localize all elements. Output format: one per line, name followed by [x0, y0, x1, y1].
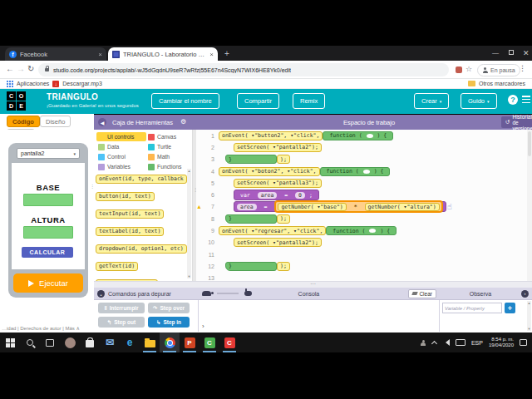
toolbox-category-turtle[interactable]: Turtle — [146, 142, 193, 151]
toolbox-category-control[interactable]: Control — [96, 152, 146, 161]
toolbox-block[interactable]: onEvent(id, type, callback — [96, 175, 187, 184]
watch-scrollbar[interactable]: ▲▼ — [527, 301, 531, 331]
code-workspace[interactable]: 1onEvent( ▾"button2", ▾"click",function … — [196, 130, 532, 281]
tab-codigo[interactable]: Código — [7, 116, 40, 127]
version-history-button[interactable]: ↺ Historial de versiones — [501, 116, 532, 128]
close-tab-icon[interactable]: × — [209, 51, 214, 58]
code-block[interactable]: getNumber( ▾"base") — [278, 203, 346, 211]
code-block[interactable]: onEvent( ▾"boton2", ▾"click", — [219, 167, 320, 176]
page-footer-links[interactable]: …idad | Derechos de autor | Más ∧ — [0, 323, 94, 332]
app-mail[interactable]: ✉ — [100, 332, 120, 352]
language-indicator[interactable]: ESP — [471, 340, 483, 346]
turtle-slow-icon[interactable] — [202, 291, 211, 296]
code-block[interactable]: area = getNumber( ▾"base") * getNumber( … — [234, 201, 446, 212]
app-store[interactable] — [80, 332, 100, 352]
toolbox-category-math[interactable]: Math — [146, 152, 193, 161]
code-block[interactable]: function () { — [320, 167, 391, 176]
extension-icon[interactable] — [456, 66, 462, 73]
search-button[interactable] — [20, 332, 40, 352]
screen-select[interactable]: pantalla2 ▾ — [17, 148, 80, 159]
app-user-circle[interactable] — [60, 332, 80, 352]
forward-icon[interactable]: → — [17, 64, 25, 73]
calcular-button[interactable]: CALCULAR — [22, 247, 73, 258]
reload-icon[interactable]: ↻ — [27, 64, 34, 73]
toolbox-block[interactable]: textLabel(id, text) — [96, 227, 164, 236]
app-file-explorer[interactable] — [140, 332, 160, 352]
toolbox-block[interactable]: getText(id) — [96, 262, 138, 271]
touch-keyboard-icon[interactable] — [456, 339, 466, 346]
new-tab-button[interactable]: + — [224, 49, 229, 58]
profile-paused-chip[interactable]: En pausa — [477, 64, 520, 76]
toolbox-block[interactable]: dropdown(id, option1, etc) — [96, 244, 187, 254]
rabbit-fast-icon[interactable] — [244, 291, 252, 296]
code-block[interactable]: setScreen( ▾"pantalla2"); — [234, 238, 322, 247]
toolbox-category-data[interactable]: Data — [96, 142, 146, 151]
warning-icon[interactable]: ▲ — [196, 204, 202, 209]
toolbox-block[interactable]: button(id, text) — [96, 192, 155, 201]
code-block[interactable]: 0 — [295, 192, 305, 199]
code-block[interactable]: ; — [306, 190, 316, 200]
workspace-scrollbar[interactable] — [527, 130, 532, 281]
debug-step-in-button[interactable]: ↳Step in — [148, 317, 190, 328]
code-block[interactable]: function () { — [326, 226, 397, 235]
close-tab-icon[interactable]: × — [98, 51, 102, 58]
base-input[interactable] — [23, 194, 73, 206]
speed-slider[interactable] — [217, 293, 239, 294]
altura-input[interactable] — [23, 226, 73, 239]
code-block[interactable]: ) { — [377, 226, 393, 235]
code-block[interactable]: ); — [277, 155, 290, 164]
console-panel[interactable]: › — [199, 300, 440, 332]
window-close-button[interactable]: ✕ — [523, 49, 530, 57]
panel-resize-handle[interactable]: ⋮ — [90, 185, 92, 198]
user-menu-button[interactable]: Guido▾ — [461, 93, 497, 109]
hamburger-menu-icon[interactable] — [522, 96, 530, 103]
code-logo[interactable]: CO DE — [7, 91, 26, 111]
code-block[interactable]: ); — [277, 214, 290, 224]
app-camtasia-red[interactable]: C — [219, 332, 239, 352]
bookmark-aplicaciones[interactable]: Aplicaciones — [17, 81, 49, 86]
run-button[interactable]: Ejecutar — [13, 273, 83, 293]
action-center-icon[interactable] — [520, 339, 527, 346]
code-block[interactable]: getNumber( ▾"altura") — [365, 203, 440, 211]
code-block[interactable]: onEvent( ▾"button2", ▾"click", — [219, 131, 323, 140]
code-block[interactable]: area — [237, 204, 257, 210]
code-block[interactable]: var area = 0; — [234, 190, 319, 200]
rename-button[interactable]: Cambiar el nombre — [151, 93, 219, 109]
address-bar[interactable]: studio.code.org/projects/applab/-wJ5dGgd… — [38, 63, 449, 76]
show-hidden-icons-icon[interactable] — [431, 340, 437, 346]
code-block[interactable]: function ( — [323, 167, 362, 176]
code-block[interactable]: ) { — [374, 131, 391, 140]
collapse-debug-icon[interactable]: ⌄ — [97, 290, 105, 298]
code-block[interactable]: = — [278, 190, 294, 200]
start-button[interactable] — [0, 332, 20, 352]
add-watch-button[interactable]: + — [505, 303, 515, 313]
code-block[interactable]: = — [258, 202, 274, 211]
create-menu-button[interactable]: Crear▾ — [414, 93, 449, 109]
collapse-toolbox-icon[interactable]: ◀ — [98, 118, 106, 126]
clock[interactable]: 8:54 p. m.19/04/2020 — [489, 337, 514, 348]
toolbox-category-ui-controls[interactable]: UI controls — [96, 132, 146, 141]
clear-console-button[interactable]: Clear — [408, 289, 436, 298]
code-block[interactable]: ) { — [371, 167, 387, 176]
code-block[interactable]: * — [347, 202, 364, 211]
browser-menu-icon[interactable]: ⋮ — [519, 64, 526, 72]
share-button[interactable]: Compartir — [237, 93, 279, 109]
expand-watch-icon[interactable]: › — [521, 290, 529, 298]
workspace-debug-divider[interactable]: ⋯ — [94, 281, 532, 288]
back-icon[interactable]: ← — [6, 64, 14, 73]
tab-facebook[interactable]: f Facebook × — [5, 47, 106, 61]
speaker-icon[interactable] — [442, 339, 450, 346]
code-block[interactable]: var — [237, 190, 257, 200]
app-powerpoint[interactable]: P — [180, 332, 200, 352]
watch-input[interactable]: Variable / Property — [442, 303, 502, 313]
app-chrome[interactable] — [160, 332, 180, 352]
window-maximize-button[interactable] — [509, 49, 514, 57]
code-block[interactable]: } — [225, 214, 277, 224]
code-block[interactable]: ); — [277, 262, 290, 271]
code-block[interactable]: } — [225, 262, 277, 271]
code-block[interactable]: setScreen( ▾"pantalla3"); — [234, 179, 322, 188]
app-camtasia-green[interactable]: C — [200, 332, 219, 352]
other-bookmarks[interactable]: Otros marcadores — [479, 81, 525, 86]
gear-icon[interactable]: ⚙ — [180, 118, 186, 126]
code-block[interactable]: getNumber( ▾"base") * getNumber( ▾"altur… — [274, 200, 442, 213]
